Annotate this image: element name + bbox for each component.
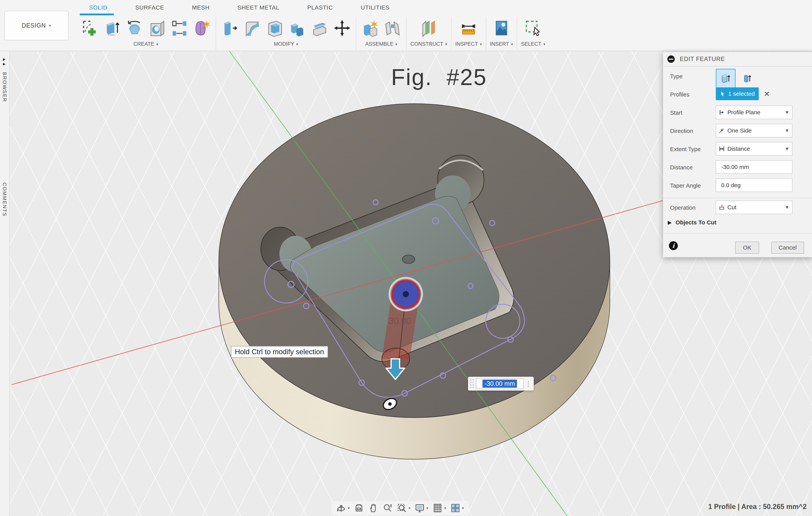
grid-snaps[interactable]: ▾ [433, 503, 446, 513]
group-label-assemble[interactable]: ASSEMBLE▾ [365, 41, 397, 47]
collapse-icon[interactable] [667, 55, 675, 63]
group-modify: MODIFY▾ [217, 16, 355, 47]
measure-icon[interactable] [459, 17, 478, 39]
tab-utilities[interactable]: UTILITIES [353, 4, 397, 11]
figure-label: Fig. #25 [391, 64, 487, 90]
navigation-bar: ▾ ▾ ▾ ▾ ▾ [331, 501, 468, 515]
dimension-value[interactable]: -30.00 mm [483, 380, 517, 388]
profile-plane-icon [716, 109, 727, 116]
extrude-icon[interactable] [102, 17, 122, 39]
start-dropdown[interactable]: Profile Plane ▼ [716, 106, 792, 119]
chevron-down-icon: ▼ [785, 128, 789, 133]
tab-solid[interactable]: SOLID [81, 4, 115, 11]
objects-to-cut-expander[interactable]: ▶ Objects To Cut [668, 219, 716, 226]
split-body-icon[interactable] [310, 17, 329, 39]
cancel-button[interactable]: Cancel [771, 242, 804, 254]
move-icon[interactable] [332, 17, 352, 39]
operation-label: Operation [670, 205, 696, 211]
group-inspect: INSPECT▾ [453, 16, 485, 47]
distance-input[interactable]: -30.00 mm [716, 160, 792, 174]
construct-plane-icon[interactable] [419, 17, 439, 39]
design-menu-button[interactable]: DESIGN ▾ [4, 11, 68, 40]
group-label-insert[interactable]: INSERT▾ [490, 41, 513, 47]
cut-operation-icon [716, 204, 727, 211]
fillet-icon[interactable] [242, 17, 262, 39]
type-thin-extrude-button[interactable] [737, 69, 756, 88]
shell-icon[interactable] [265, 17, 285, 39]
tab-surface[interactable]: SURFACE [127, 4, 172, 11]
toolbar-divider [451, 17, 452, 50]
chevron-down-icon: ▾ [426, 506, 428, 510]
direction-dropdown[interactable]: One Side ▼ [716, 124, 792, 137]
toolbar-divider [356, 17, 356, 50]
type-label: Type [670, 73, 683, 80]
chevron-down-icon: ▾ [348, 506, 350, 510]
group-assemble: ASSEMBLE▾ [357, 16, 405, 47]
fusion360-window: 30.00 Fig. #25 Hold Ctrl to modify selec… [0, 0, 812, 516]
group-label-create[interactable]: CREATE▾ [134, 41, 158, 47]
toolbar-divider [486, 17, 486, 50]
display-settings[interactable]: ▾ [415, 503, 428, 513]
ok-button[interactable]: OK [735, 242, 759, 254]
joint-icon[interactable] [383, 17, 402, 39]
group-label-modify[interactable]: MODIFY▾ [274, 41, 298, 47]
toolbar-divider [517, 17, 517, 50]
browser-panel-tab[interactable]: BROWSER [2, 72, 7, 102]
type-extrude-button[interactable] [716, 69, 735, 88]
pattern-icon[interactable] [170, 17, 190, 39]
hole-icon[interactable] [147, 17, 167, 39]
chevron-down-icon: ▾ [462, 506, 464, 510]
pan-tool[interactable] [368, 503, 378, 513]
distance-extent-icon [716, 145, 727, 152]
chevron-down-icon: ▾ [543, 42, 545, 47]
chevron-down-icon: ▼ [785, 205, 789, 210]
profiles-selected-chip[interactable]: 1 selected [716, 87, 759, 100]
select-icon[interactable] [523, 17, 543, 39]
toolbar: DESIGN ▾ SOLID SURFACE MESH SHEET METAL … [0, 0, 812, 51]
expand-triangle-icon: ▶ [668, 220, 672, 225]
dialog-header[interactable]: EDIT FEATURE [663, 52, 812, 66]
tab-plastic[interactable]: PLASTIC [299, 4, 341, 11]
zoom-tool[interactable] [383, 503, 393, 513]
chevron-down-icon: ▾ [511, 42, 513, 47]
tab-mesh[interactable]: MESH [184, 4, 218, 11]
more-options-icon[interactable]: ⋮ [525, 380, 532, 387]
one-side-icon [716, 127, 727, 134]
dimension-input-box[interactable]: -30.00 mm ⋮ [468, 377, 534, 391]
drag-grip-icon[interactable] [470, 379, 475, 389]
info-icon[interactable]: i [669, 241, 678, 250]
document-tabs: SOLID SURFACE MESH SHEET METAL PLASTIC U… [81, 0, 397, 15]
create-form-icon[interactable] [192, 17, 212, 39]
group-label-select[interactable]: SELECT▾ [521, 41, 545, 47]
chevron-down-icon: ▾ [480, 42, 482, 47]
display-settings-icon [415, 503, 425, 513]
press-pull-icon[interactable] [220, 17, 240, 39]
tab-sheet-metal[interactable]: SHEET METAL [230, 4, 287, 11]
distance-label: Distance [670, 164, 693, 171]
new-component-icon[interactable] [360, 17, 380, 39]
dialog-title: EDIT FEATURE [680, 56, 725, 62]
group-label-inspect[interactable]: INSPECT▾ [455, 41, 482, 47]
revolve-icon[interactable] [125, 17, 144, 39]
group-label-construct[interactable]: CONSTRUCT▾ [410, 41, 447, 47]
create-sketch-icon[interactable] [80, 17, 99, 39]
combine-icon[interactable] [287, 17, 307, 39]
comments-panel-tab[interactable]: COMMENTS [2, 183, 7, 217]
expand-browser-icon[interactable]: ▸▸ [1, 56, 7, 65]
profiles-label: Profiles [670, 91, 690, 98]
clear-selection-icon[interactable]: ✕ [764, 90, 770, 98]
group-construct: CONSTRUCT▾ [408, 16, 450, 47]
operation-dropdown[interactable]: Cut ▼ [716, 200, 792, 214]
extent-type-dropdown[interactable]: Distance ▼ [716, 142, 792, 156]
grid-icon [433, 503, 443, 513]
insert-image-icon[interactable] [492, 17, 511, 39]
divider [663, 198, 812, 198]
look-at-tool[interactable] [354, 503, 364, 513]
fit-tool[interactable]: ▾ [397, 503, 410, 513]
taper-angle-input[interactable]: 0.0 deg [716, 179, 792, 192]
viewports[interactable]: ▾ [450, 503, 464, 513]
zoom-window-icon [397, 503, 407, 513]
dimension-input[interactable]: -30.00 mm [476, 378, 524, 389]
zoom-icon [383, 503, 393, 513]
orbit-tool[interactable]: ▾ [336, 503, 350, 513]
